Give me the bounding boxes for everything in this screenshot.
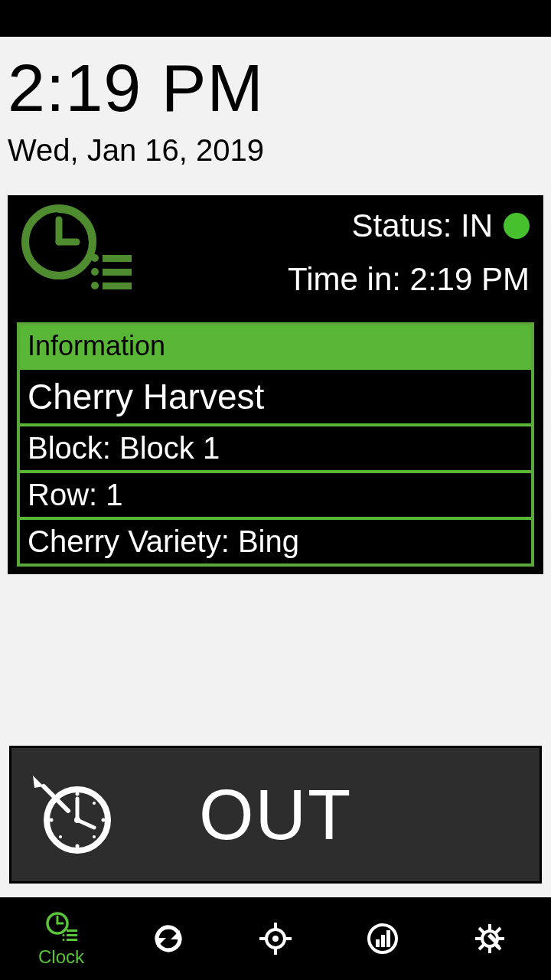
svg-rect-4 bbox=[103, 255, 132, 262]
bottom-nav: Clock bbox=[0, 897, 551, 980]
clock-list-icon bbox=[44, 910, 79, 945]
svg-rect-6 bbox=[103, 269, 132, 276]
svg-point-16 bbox=[50, 818, 54, 822]
sync-icon bbox=[151, 921, 186, 956]
svg-point-17 bbox=[102, 818, 106, 822]
info-row-row: Row: 1 bbox=[20, 470, 531, 517]
svg-rect-25 bbox=[67, 929, 77, 932]
nav-clock-label: Clock bbox=[38, 946, 84, 968]
svg-point-18 bbox=[59, 802, 62, 805]
svg-rect-8 bbox=[103, 283, 132, 289]
information-header: Information bbox=[20, 325, 531, 367]
information-panel: Information Cherry Harvest Block: Block … bbox=[17, 322, 534, 567]
clock-out-label: OUT bbox=[199, 775, 352, 855]
svg-point-15 bbox=[76, 844, 80, 848]
svg-point-29 bbox=[63, 934, 65, 936]
info-row-block: Block: Block 1 bbox=[20, 423, 531, 470]
info-task: Cherry Harvest bbox=[20, 367, 531, 423]
info-row-variety: Cherry Variety: Bing bbox=[20, 517, 531, 564]
status-card: Status: IN Time in: 2:19 PM Information … bbox=[8, 195, 543, 574]
svg-point-32 bbox=[272, 936, 279, 942]
svg-point-5 bbox=[91, 268, 99, 276]
svg-line-13 bbox=[77, 820, 94, 828]
locate-icon bbox=[258, 921, 293, 956]
current-date: Wed, Jan 16, 2019 bbox=[8, 133, 543, 168]
clock-out-icon bbox=[30, 773, 114, 857]
time-in-label: Time in: 2:19 PM bbox=[288, 261, 530, 298]
svg-rect-27 bbox=[67, 939, 77, 941]
settings-icon bbox=[472, 921, 507, 956]
status-bar bbox=[0, 0, 551, 37]
svg-rect-38 bbox=[376, 939, 380, 947]
svg-point-21 bbox=[93, 835, 96, 838]
status-label: Status: IN bbox=[352, 207, 493, 244]
svg-rect-26 bbox=[67, 934, 77, 936]
svg-point-30 bbox=[63, 939, 65, 941]
svg-line-46 bbox=[479, 928, 484, 933]
status-dot-icon bbox=[504, 213, 530, 239]
svg-rect-40 bbox=[386, 930, 390, 947]
svg-line-49 bbox=[496, 928, 500, 933]
svg-rect-39 bbox=[381, 935, 385, 947]
nav-clock[interactable]: Clock bbox=[15, 897, 107, 980]
svg-point-19 bbox=[93, 802, 96, 805]
nav-sync[interactable] bbox=[122, 897, 214, 980]
nav-locate[interactable] bbox=[230, 897, 321, 980]
nav-settings[interactable] bbox=[444, 897, 536, 980]
current-time: 2:19 PM bbox=[8, 49, 543, 127]
svg-point-20 bbox=[59, 835, 62, 838]
chart-icon bbox=[365, 921, 400, 956]
svg-point-14 bbox=[76, 792, 80, 796]
svg-point-28 bbox=[63, 929, 65, 932]
clock-out-button[interactable]: OUT bbox=[9, 746, 542, 884]
svg-line-48 bbox=[479, 945, 484, 949]
nav-reports[interactable] bbox=[337, 897, 429, 980]
svg-point-3 bbox=[91, 254, 99, 262]
clock-list-icon bbox=[17, 200, 132, 292]
svg-point-7 bbox=[91, 282, 99, 289]
